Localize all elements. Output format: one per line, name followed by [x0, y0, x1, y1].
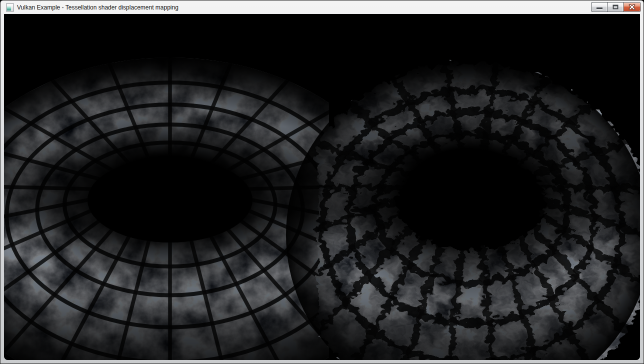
maximize-icon: [612, 5, 618, 10]
render-viewport[interactable]: [4, 14, 640, 360]
vulkan-scene[interactable]: [4, 14, 640, 360]
app-icon: [6, 4, 14, 12]
maximize-button[interactable]: [607, 2, 623, 12]
window-title: Vulkan Example - Tessellation shader dis…: [17, 4, 178, 11]
titlebar[interactable]: Vulkan Example - Tessellation shader dis…: [1, 1, 643, 14]
window-controls: [591, 2, 641, 12]
minimize-button[interactable]: [591, 2, 607, 12]
app-window: Vulkan Example - Tessellation shader dis…: [0, 0, 644, 364]
minimize-icon: [596, 8, 602, 9]
close-icon: [628, 4, 636, 10]
close-button[interactable]: [623, 2, 641, 12]
